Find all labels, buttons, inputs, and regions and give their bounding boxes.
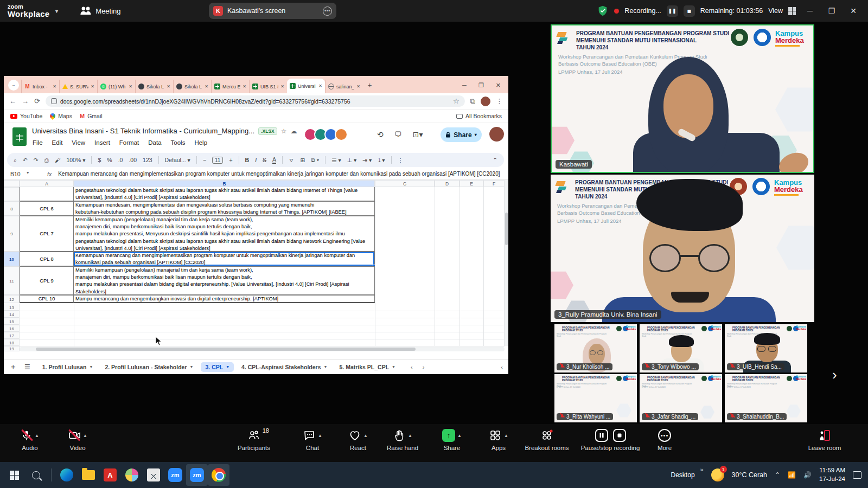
document-title[interactable]: Universitas Bina Insani - S1 Teknik Info…: [32, 127, 254, 135]
tab-close-icon[interactable]: ✕: [242, 84, 246, 89]
row-header-14[interactable]: 14: [4, 311, 20, 318]
menu-tools[interactable]: Tools: [171, 139, 186, 146]
reload-icon[interactable]: ⟳: [34, 97, 40, 105]
taskbar-chrome-active[interactable]: [208, 464, 229, 486]
font-select[interactable]: Defaul... ▾: [165, 157, 190, 163]
tab-meeting[interactable]: Meeting: [80, 5, 120, 17]
print-icon[interactable]: ⎙: [44, 157, 49, 164]
row-header-19[interactable]: 19: [4, 346, 20, 351]
pause-recording-button[interactable]: ❚❚: [667, 5, 678, 17]
chat-options-chevron-icon[interactable]: ▲: [318, 433, 322, 438]
grid-vertical-scrollbar[interactable]: [505, 180, 508, 346]
browser-minimize-button[interactable]: ─: [462, 82, 467, 89]
menu-data[interactable]: Data: [148, 139, 161, 146]
account-avatar[interactable]: [489, 127, 504, 142]
tab-close-icon[interactable]: ✕: [167, 84, 170, 89]
menu-help[interactable]: Help: [194, 139, 207, 146]
taskbar-clock[interactable]: 11:59 AM 17-Jul-24: [819, 466, 845, 483]
row-header-9[interactable]: 9: [4, 216, 20, 252]
share-button[interactable]: Share ▾: [441, 127, 482, 142]
browser-tab-survey[interactable]: S. SURV✕: [59, 80, 97, 93]
row-header-15[interactable]: 15: [4, 318, 20, 325]
menu-insert[interactable]: Insert: [94, 139, 110, 146]
pause-recording-icon[interactable]: [595, 429, 608, 442]
browser-tab-whatsapp[interactable]: ✆(11) Wh✕: [97, 80, 135, 93]
row-header-11[interactable]: 11: [4, 266, 20, 295]
version-history-icon[interactable]: ⟲: [377, 130, 384, 139]
view-grid-icon[interactable]: [788, 7, 796, 15]
text-rotate-icon[interactable]: ⤵ ▾: [378, 157, 385, 163]
italic-button[interactable]: I: [255, 157, 257, 163]
redo-icon[interactable]: ↷: [34, 157, 39, 163]
taskbar-photos[interactable]: [143, 464, 164, 486]
browser-tab-salinan[interactable]: salinan_✕: [325, 80, 363, 93]
browser-tab-uib[interactable]: UIB S1 S✕: [249, 80, 287, 93]
cell-b12[interactable]: Mampu merancang dan mengembangkan inovas…: [74, 295, 375, 303]
address-bar[interactable]: docs.google.com/spreadsheets/d/1nnDJjoeX…: [46, 95, 465, 107]
screen-tab-options-icon[interactable]: •••: [323, 7, 332, 16]
star-icon[interactable]: ☆: [281, 127, 287, 135]
gallery-next-page-icon[interactable]: ›: [832, 367, 837, 383]
strikethrough-button[interactable]: S: [263, 157, 266, 163]
column-header-f[interactable]: F: [483, 180, 505, 187]
fill-color-icon[interactable]: 🜄: [289, 157, 295, 163]
toolbar-search-icon[interactable]: ⌕: [14, 157, 17, 164]
side-panel-collapse-icon[interactable]: ‹: [501, 364, 503, 370]
tab-close-icon[interactable]: ✕: [356, 84, 360, 89]
sheet-tab-1[interactable]: 1. Profil Lulusan▼: [38, 362, 98, 372]
font-size-input[interactable]: 11: [212, 157, 223, 164]
increase-decimals-button[interactable]: .00: [129, 157, 137, 163]
new-tab-button[interactable]: ＋: [366, 80, 373, 90]
decrease-decimals-button[interactable]: .0: [118, 157, 123, 163]
video-tile-shalahuddin[interactable]: PROGRAM BANTUAN PENGEMBANGAN PROGRAM STU…: [725, 374, 807, 422]
font-size-increase-button[interactable]: +: [229, 157, 232, 163]
menu-file[interactable]: File: [33, 139, 43, 146]
video-tile-rita-wahyuni[interactable]: PROGRAM BANTUAN PENGEMBANGAN PROGRAM STU…: [554, 374, 637, 422]
video-button[interactable]: ▲ Video: [48, 428, 107, 451]
sheet-tab-4[interactable]: 4. CPL-Aspirasi Stakeholders▼: [237, 362, 331, 372]
share-options-chevron-icon[interactable]: ▲: [457, 433, 462, 438]
add-sheet-button[interactable]: ＋: [9, 362, 17, 372]
cell-b11[interactable]: Memiliki kemampuan (pengelolaan) manajer…: [74, 266, 375, 295]
video-tile-rully[interactable]: PROGRAM BANTUAN PENGEMBANGAN PROGRAM STU…: [551, 175, 814, 322]
collaborator-avatar[interactable]: [335, 128, 348, 141]
extensions-icon[interactable]: ⧉: [470, 97, 475, 106]
volume-icon[interactable]: 🔊: [803, 471, 812, 479]
desktop-toolbar[interactable]: » Desktop: [671, 471, 704, 479]
row-header-17[interactable]: 17: [4, 332, 20, 339]
tab-close-icon[interactable]: ✕: [280, 84, 284, 89]
sheet-tab-2[interactable]: 2. Profil Lulusan - Stakeholder▼: [100, 362, 197, 372]
browser-tab-sikola-2[interactable]: Sikola L✕: [173, 80, 211, 93]
stop-recording-button[interactable]: ◼: [684, 5, 695, 17]
row-header-16[interactable]: 16: [4, 325, 20, 332]
taskbar-zoom-2-active[interactable]: zm: [186, 464, 208, 486]
corner-header[interactable]: [4, 180, 20, 187]
tab-close-icon[interactable]: ✕: [318, 84, 322, 88]
grid-horizontal-scrollbar[interactable]: [20, 347, 505, 351]
browser-menu-icon[interactable]: ⋮: [496, 97, 503, 105]
formula-input[interactable]: Kemampuan merancang dan mengimplementasi…: [58, 171, 500, 177]
weather-icon[interactable]: 1: [711, 468, 724, 481]
browser-tab-universitas-active[interactable]: Universi✕: [287, 79, 325, 93]
name-box[interactable]: B10▼: [4, 171, 37, 177]
row-header-7[interactable]: [4, 187, 20, 201]
row-header-18[interactable]: 18: [4, 339, 20, 346]
view-button-label[interactable]: View: [768, 7, 783, 15]
cell-a11[interactable]: CPL 9: [20, 266, 74, 295]
menu-edit[interactable]: Edit: [52, 139, 63, 146]
column-header-e[interactable]: E: [459, 180, 483, 187]
horizontal-align-icon[interactable]: ☰ ▾: [331, 157, 341, 163]
browser-close-button[interactable]: ✕: [496, 82, 501, 89]
tab-close-icon[interactable]: ✕: [91, 84, 94, 89]
bold-button[interactable]: B: [245, 157, 250, 163]
cell-a7[interactable]: [20, 187, 74, 201]
more-formats-button[interactable]: 123: [143, 157, 152, 163]
cell-b7[interactable]: pengetahuan teknologi dalam bentuk skrip…: [74, 187, 375, 201]
cell-a10[interactable]: CPL 8: [20, 252, 74, 266]
menu-view[interactable]: View: [72, 139, 85, 146]
toolbar-more-icon[interactable]: ⋮: [398, 157, 404, 163]
column-header-d[interactable]: D: [435, 180, 459, 187]
tab-close-icon[interactable]: ✕: [205, 84, 208, 89]
browser-tab-mercu[interactable]: Mercu E✕: [211, 80, 249, 93]
text-color-button[interactable]: A: [272, 156, 276, 164]
